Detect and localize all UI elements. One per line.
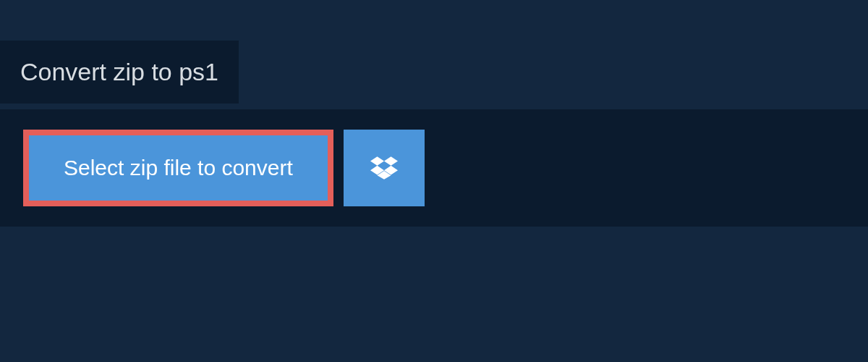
select-file-highlight: Select zip file to convert: [23, 130, 333, 206]
page-title: Convert zip to ps1: [0, 41, 239, 104]
upload-panel: Select zip file to convert: [0, 109, 868, 227]
button-row: Select zip file to convert: [23, 130, 845, 206]
dropbox-button[interactable]: [344, 130, 425, 206]
dropbox-icon: [370, 154, 398, 182]
select-file-button[interactable]: Select zip file to convert: [29, 135, 328, 201]
